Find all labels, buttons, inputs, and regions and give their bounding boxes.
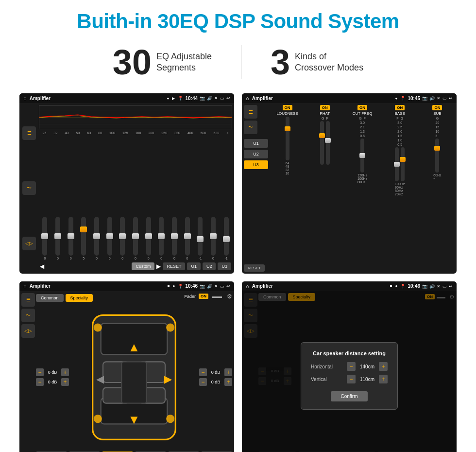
wave-icon-btn-3[interactable]: 〜 xyxy=(21,309,35,322)
freq-label: 200 xyxy=(149,131,154,135)
home-icon-4[interactable]: ⌂ xyxy=(246,283,249,289)
u1-btn-1[interactable]: U1 xyxy=(187,262,201,270)
eq-icon-btn-3[interactable]: ☰ xyxy=(21,293,35,307)
x-icon-4[interactable]: ✕ xyxy=(437,284,441,289)
eq-val-1: 0 xyxy=(44,257,46,260)
x-icon-3[interactable]: ✕ xyxy=(214,284,218,289)
u3-btn-1[interactable]: U3 xyxy=(218,262,231,270)
loudness-slider[interactable] xyxy=(286,117,289,160)
reset-btn-2[interactable]: RESET xyxy=(244,264,265,272)
eq-val-10: 0 xyxy=(160,257,162,260)
eq-slider-3[interactable] xyxy=(68,217,73,256)
car-settings-icon[interactable]: ⚙ xyxy=(227,293,232,300)
fader-label: Fader xyxy=(184,294,196,299)
preset-u2[interactable]: U2 xyxy=(244,150,268,158)
db-minus-2[interactable]: − xyxy=(36,378,44,386)
fader-on-toggle[interactable]: ON xyxy=(199,294,208,299)
prev-icon[interactable]: ◀ xyxy=(40,263,44,270)
eq-slider-7[interactable] xyxy=(120,217,125,256)
eq-slider-col-9: 0 xyxy=(146,217,151,260)
db-minus-3[interactable]: − xyxy=(199,368,207,376)
vertical-minus[interactable]: − xyxy=(347,375,356,383)
col-title-phat: PHAT xyxy=(320,111,330,116)
eq-slider-15[interactable] xyxy=(224,217,229,256)
eq-slider-6[interactable] xyxy=(107,217,112,256)
screen-icon-1[interactable]: ▭ xyxy=(220,96,224,101)
screen-icon-3[interactable]: ▭ xyxy=(220,284,224,289)
on-badge-sub[interactable]: ON xyxy=(432,105,442,110)
screen3-title: Amplifier xyxy=(30,283,165,289)
screen-crossover: ⌂ Amplifier ● 📍 10:45 📷 🔊 ✕ ▭ ↩ ☰ 〜 xyxy=(242,93,457,274)
x-icon-2[interactable]: ✕ xyxy=(437,96,441,101)
db-minus-1[interactable]: − xyxy=(36,368,44,376)
horizontal-minus[interactable]: − xyxy=(347,362,356,371)
back-icon-1[interactable]: ↩ xyxy=(226,96,230,101)
db-plus-2[interactable]: + xyxy=(61,378,69,386)
db-plus-4[interactable]: + xyxy=(224,378,232,386)
eq-slider-4[interactable] xyxy=(81,217,86,256)
on-badge-bass[interactable]: ON xyxy=(395,105,405,110)
db-plus-1[interactable]: + xyxy=(61,368,69,376)
fader-slider[interactable]: ▬▬ xyxy=(212,294,222,299)
eq-slider-1[interactable] xyxy=(42,217,47,256)
x-icon-1[interactable]: ✕ xyxy=(214,96,218,101)
screen-icon-4[interactable]: ▭ xyxy=(442,284,447,289)
u2-btn-1[interactable]: U2 xyxy=(203,262,216,270)
db-minus-4[interactable]: − xyxy=(199,378,207,386)
eq-slider-2[interactable] xyxy=(55,217,60,256)
volume-icon-4[interactable]: 🔊 xyxy=(429,284,435,289)
bass-slider-g[interactable] xyxy=(401,147,405,181)
sub-slider[interactable] xyxy=(435,139,439,173)
horizontal-plus[interactable]: + xyxy=(379,362,388,371)
phat-slider-g[interactable] xyxy=(320,121,324,165)
bass-slider-f[interactable] xyxy=(395,147,399,181)
back-icon-4[interactable]: ↩ xyxy=(449,284,453,289)
next-icon[interactable]: ▶ xyxy=(156,263,161,270)
eq-slider-13[interactable] xyxy=(198,217,203,256)
eq-slider-5[interactable] xyxy=(94,217,99,256)
volume-icon-1[interactable]: 🔊 xyxy=(207,96,212,101)
vertical-plus[interactable]: + xyxy=(379,375,388,383)
cutfreq-slider-g[interactable] xyxy=(360,139,364,173)
confirm-button[interactable]: Confirm xyxy=(331,391,367,401)
on-badge-phat[interactable]: ON xyxy=(320,105,330,110)
wave-icon-btn-2[interactable]: 〜 xyxy=(244,121,257,134)
eq-slider-8[interactable] xyxy=(133,217,138,256)
home-icon-1[interactable]: ⌂ xyxy=(23,95,27,101)
eq-slider-10[interactable] xyxy=(159,217,164,256)
eq-icon-btn[interactable]: ☰ xyxy=(22,126,36,140)
more-icon[interactable]: » xyxy=(226,131,228,135)
vol-icon-btn[interactable]: ◁▷ xyxy=(22,237,36,250)
eq-slider-9[interactable] xyxy=(146,217,151,256)
home-icon-3[interactable]: ⌂ xyxy=(23,283,27,289)
page-title: Buith-in 30EQ DSP Sound System xyxy=(77,10,399,33)
eq-slider-14[interactable] xyxy=(211,217,216,256)
record-icon-1: ● xyxy=(167,96,170,101)
phat-slider-f[interactable] xyxy=(326,121,330,165)
vol-icon-btn-3[interactable]: ◁▷ xyxy=(21,324,35,338)
home-icon-2[interactable]: ⌂ xyxy=(246,95,249,101)
volume-icon-3[interactable]: 🔊 xyxy=(207,284,212,289)
common-tab-3[interactable]: Common xyxy=(36,294,64,302)
eq-slider-12[interactable] xyxy=(185,217,190,256)
eq-val-7: 0 xyxy=(121,257,123,260)
back-icon-3[interactable]: ↩ xyxy=(226,284,230,289)
volume-icon-2[interactable]: 🔊 xyxy=(429,96,435,101)
custom-btn[interactable]: Custom xyxy=(132,262,154,270)
eq-slider-col-8: 0 xyxy=(133,217,138,260)
wave-icon-btn[interactable]: 〜 xyxy=(22,181,36,195)
eq-val-12: 0 xyxy=(187,257,188,260)
eq-slider-11[interactable] xyxy=(172,217,177,256)
eq-icon-btn-2[interactable]: ☰ xyxy=(244,105,257,119)
back-icon-2[interactable]: ↩ xyxy=(449,96,453,101)
screen-icon-2[interactable]: ▭ xyxy=(442,96,447,101)
play-icon-1[interactable]: ▶ xyxy=(172,96,175,101)
db-plus-3[interactable]: + xyxy=(224,368,232,376)
status-bar-4: ⌂ Amplifier ■ ● 📍 10:46 📷 🔊 ✕ ▭ ↩ xyxy=(242,281,457,291)
on-badge-loudness[interactable]: ON xyxy=(283,105,292,110)
preset-u3[interactable]: U3 xyxy=(244,160,268,169)
on-badge-cutfreq[interactable]: ON xyxy=(357,105,367,110)
preset-u1[interactable]: U1 xyxy=(244,139,268,148)
specialty-tab-3[interactable]: Specialty xyxy=(66,294,93,302)
reset-btn-1[interactable]: RESET xyxy=(163,262,185,270)
